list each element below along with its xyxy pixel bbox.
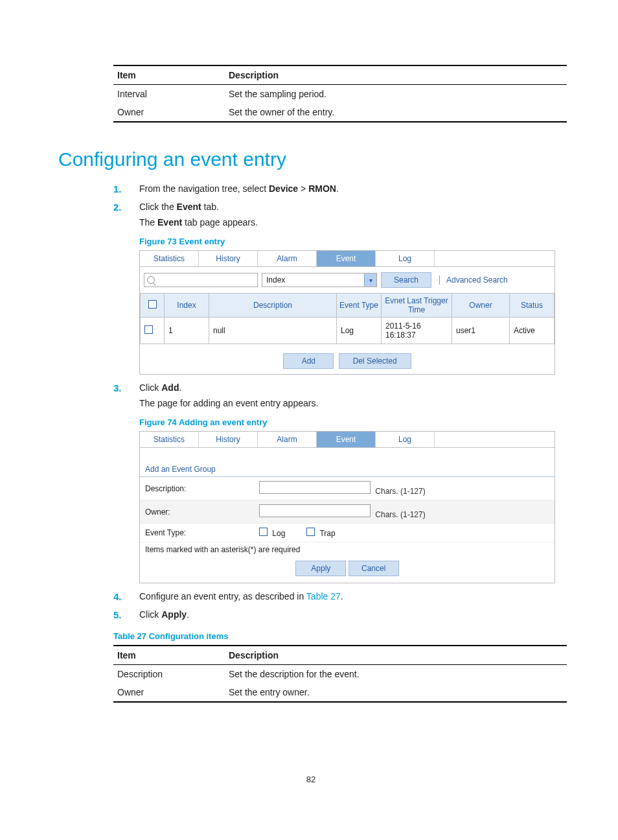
tab-event[interactable]: Event (317, 432, 376, 447)
figure-74-caption: Figure 74 Adding an event entry (139, 417, 564, 427)
chevron-down-icon: ▾ (364, 274, 376, 286)
form-title: Add an Event Group (140, 457, 555, 477)
col-desc: Description (225, 646, 567, 665)
table-27-link[interactable]: Table 27 (306, 591, 341, 601)
search-field-dropdown[interactable]: Index ▾ (262, 273, 377, 287)
step-1: From the navigation tree, select Device … (113, 183, 564, 194)
figure-74: Statistics History Alarm Event Log Add a… (139, 431, 555, 583)
search-input[interactable] (144, 273, 258, 287)
col-description: Description (209, 294, 337, 318)
cell-item: Owner (113, 103, 225, 122)
row-checkbox[interactable] (144, 325, 153, 334)
search-button[interactable]: Search (381, 272, 431, 288)
cell-desc: Set the description for the event. (225, 665, 567, 684)
tab-history[interactable]: History (199, 251, 258, 266)
event-form: Description: Chars. (1-127) Owner: Chars… (140, 477, 555, 542)
tab-event[interactable]: Event (317, 251, 376, 266)
owner-input[interactable] (259, 504, 371, 517)
col-item: Item (113, 646, 225, 665)
required-note: Items marked with an asterisk(*) are req… (140, 542, 555, 557)
table-27-caption: Table 27 Configuration items (113, 631, 564, 641)
table-27: Item Description Description Set the des… (113, 645, 567, 703)
tab-history[interactable]: History (199, 432, 258, 447)
col-trigger-time: Evnet Last Trigger Time (382, 294, 452, 318)
tab-log[interactable]: Log (376, 432, 435, 447)
cancel-button[interactable]: Cancel (349, 561, 399, 576)
col-owner: Owner (452, 294, 510, 318)
tabs: Statistics History Alarm Event Log (140, 432, 555, 448)
checkbox-log[interactable] (259, 528, 268, 536)
page-number: 82 (0, 775, 618, 784)
step-5: Click Apply. (113, 609, 564, 620)
col-event-type: Event Type (337, 294, 382, 318)
col-checkbox (141, 294, 165, 318)
section-heading: Configuring an event entry (58, 148, 564, 170)
tab-alarm[interactable]: Alarm (258, 251, 317, 266)
search-icon (147, 276, 155, 284)
cell-desc: Set the sampling period. (225, 85, 567, 104)
col-status: Status (510, 294, 555, 318)
figure-73-caption: Figure 73 Event entry (139, 237, 564, 246)
tabs: Statistics History Alarm Event Log (140, 251, 555, 267)
description-input[interactable] (259, 481, 371, 494)
cell-desc: Set the entry owner. (225, 683, 567, 702)
tab-statistics[interactable]: Statistics (140, 251, 199, 266)
add-button[interactable]: Add (283, 353, 334, 369)
del-selected-button[interactable]: Del Selected (339, 353, 411, 369)
tab-alarm[interactable]: Alarm (258, 432, 317, 447)
item-description-table-top: Item Description Interval Set the sampli… (113, 65, 567, 122)
figure-73: Statistics History Alarm Event Log Index… (139, 250, 555, 375)
label-description: Description: (140, 477, 254, 500)
checkbox-icon[interactable] (148, 300, 157, 309)
step-2: Click the Event tab. The Event tab page … (113, 202, 564, 375)
label-event-type: Event Type: (140, 524, 254, 542)
advanced-search-link[interactable]: Advanced Search (439, 275, 508, 285)
step-4: Configure an event entry, as described i… (113, 591, 564, 601)
col-index: Index (165, 294, 209, 318)
col-desc: Description (225, 65, 567, 85)
checkbox-trap[interactable] (306, 528, 315, 536)
step-3: Click Add. The page for adding an event … (113, 382, 564, 583)
label-owner: Owner: (140, 500, 254, 524)
event-grid: Index Description Event Type Evnet Last … (140, 293, 555, 344)
cell-item: Owner (113, 683, 225, 702)
cell-item: Interval (113, 85, 225, 104)
cell-desc: Set the owner of the entry. (225, 103, 567, 122)
apply-button[interactable]: Apply (295, 561, 346, 576)
tab-statistics[interactable]: Statistics (140, 432, 199, 447)
col-item: Item (113, 65, 225, 85)
cell-item: Description (113, 665, 225, 684)
table-row: 1 null Log 2011-5-16 16:18:37 user1 Acti… (141, 318, 555, 344)
tab-log[interactable]: Log (376, 251, 435, 266)
